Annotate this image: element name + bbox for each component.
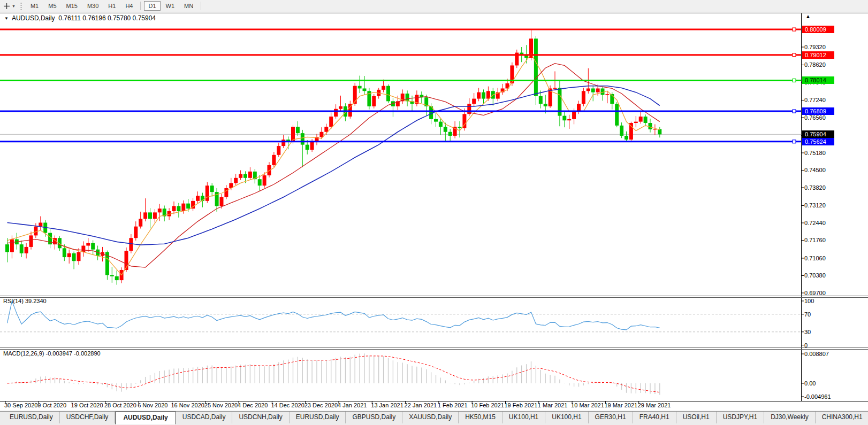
time-axis-label: 14 Dec 2020: [271, 402, 304, 408]
time-axis-label: 1 Mar 2021: [538, 402, 568, 408]
macd-panel-label: MACD(12,26,9) -0.003947 -0.002890: [3, 350, 101, 357]
chart-tab-usoil-h1[interactable]: USOil,H1: [676, 412, 717, 423]
time-axis-label: 1 Feb 2021: [438, 402, 468, 408]
timeframe-button-h4[interactable]: H4: [121, 1, 137, 11]
price-level-badge: 0.75904: [802, 130, 834, 138]
chart-tab-gbpusd-daily[interactable]: GBPUSD,Daily: [346, 412, 402, 423]
rsi-axis-tick: 70: [804, 311, 811, 318]
chart-tab-fra40-h1[interactable]: FRA40,H1: [633, 412, 676, 423]
timeframe-buttons: M1M5M15M30H1H4D1W1MN: [26, 1, 204, 11]
chart-tab-china300-h1[interactable]: CHINA300,H1: [816, 412, 868, 423]
time-axis-label: 29 Mar 2021: [638, 402, 671, 408]
macd-axis-tick: 0.008807: [804, 351, 829, 357]
time-axis-label: 19 Mar 2021: [604, 402, 637, 408]
price-axis-tick: 0.69700: [804, 290, 826, 296]
scroll-marker-icon[interactable]: ▲: [805, 13, 811, 19]
toolbar-separator: [140, 2, 141, 10]
price-level-badge: 0.78014: [802, 76, 834, 84]
time-axis-label: 22 Jan 2021: [405, 402, 437, 408]
hline-handle[interactable]: [793, 28, 796, 31]
macd-layer: [7, 353, 660, 395]
chevron-down-icon: ▼: [12, 4, 16, 8]
price-axis-tick: 0.79320: [804, 44, 826, 50]
rsi-axis-tick: 30: [804, 329, 811, 335]
time-axis-label: 19 Feb 2021: [505, 402, 538, 408]
rsi-layer: [0, 301, 801, 332]
timeframe-button-m1[interactable]: M1: [26, 1, 43, 11]
timeframe-button-h1[interactable]: H1: [104, 1, 120, 11]
chart-tab-xauusd-daily[interactable]: XAUUSD,Daily: [402, 412, 459, 423]
rsi-axis-tick: 100: [804, 298, 814, 304]
chart-tab-dj30-weekly[interactable]: DJ30,Weekly: [764, 412, 815, 423]
timeframe-button-mn[interactable]: MN: [180, 1, 197, 11]
price-level-badge: 0.80009: [802, 26, 834, 33]
time-axis-label: 28 Oct 2020: [104, 402, 136, 408]
timeframe-button-d1[interactable]: D1: [144, 1, 160, 11]
rsi-axis-tick: 0: [804, 342, 808, 349]
time-axis-label: 30 Sep 2020: [4, 402, 37, 408]
chart-tab-ger30-h1[interactable]: GER30,H1: [589, 412, 633, 423]
hline-handle[interactable]: [793, 110, 796, 113]
rsi-panel-label: RSI(14) 39.2340: [3, 298, 47, 304]
macd-signal-line: [7, 356, 660, 392]
crosshair-icon: [3, 3, 10, 10]
price-axis-tick: 0.73820: [804, 184, 826, 191]
ma-slow: [7, 86, 660, 245]
symbol-dropdown-icon[interactable]: ▼: [4, 16, 9, 21]
price-axis-tick: 0.73120: [804, 202, 826, 208]
chart-title: ▼ AUDUSD,Daily 0.76111 0.76196 0.75780 0…: [4, 14, 156, 22]
chart-tab-eurusd-daily[interactable]: EURUSD,Daily: [290, 412, 346, 423]
ma-medium: [7, 64, 660, 268]
timeframe-button-m15[interactable]: M15: [62, 1, 82, 11]
price-axis-tick: 0.70380: [804, 272, 826, 279]
price-level-badge: 0.76809: [802, 107, 834, 115]
chart-tab-eurusd-daily[interactable]: EURUSD,Daily: [3, 412, 60, 423]
price-chart-canvas[interactable]: [0, 0, 868, 425]
timeframe-button-w1[interactable]: W1: [162, 1, 179, 11]
chart-tab-bar: EURUSD,DailyUSDCHF,DailyAUDUSD,DailyUSDC…: [0, 411, 868, 425]
time-axis-label: 4 Jan 2021: [338, 402, 367, 408]
chart-tab-hk50-m15[interactable]: HK50,M15: [459, 412, 502, 423]
macd-axis-tick: 0.00: [804, 380, 816, 387]
timeframe-toolbar: ▼ M1M5M15M30H1H4D1W1MN: [0, 0, 868, 12]
toolbar-drag-handle[interactable]: [20, 2, 22, 10]
time-axis-label: 25 Nov 2020: [204, 402, 238, 408]
time-axis-label: 9 Oct 2020: [37, 402, 66, 408]
timeframe-button-m30[interactable]: M30: [83, 1, 103, 11]
price-axis-tick: 0.71760: [804, 237, 826, 243]
cursor-tool-button[interactable]: ▼: [0, 2, 18, 11]
time-axis-label: 16 Nov 2020: [171, 402, 204, 408]
time-axis-label: 13 Jan 2021: [371, 402, 403, 408]
price-axis-tick: 0.77240: [804, 97, 826, 103]
toolbar-separator: [201, 2, 201, 10]
time-axis-label: 19 Oct 2020: [71, 402, 103, 408]
candles-layer: [0, 29, 801, 285]
price-level-badge: 0.79012: [802, 51, 834, 59]
price-level-badge: 0.75624: [802, 138, 834, 145]
chart-tab-uk100-h1[interactable]: UK100,H1: [502, 412, 545, 423]
chart-tab-usdjpy-h1[interactable]: USDJPY,H1: [717, 412, 764, 423]
rsi-line: [7, 301, 660, 330]
hline-handle[interactable]: [793, 140, 796, 143]
time-axis-label: 10 Feb 2021: [471, 402, 504, 408]
timeframe-button-m5[interactable]: M5: [44, 1, 60, 11]
chart-tabs: EURUSD,DailyUSDCHF,DailyAUDUSD,DailyUSDC…: [3, 412, 868, 424]
time-axis-label: 4 Dec 2020: [238, 402, 268, 408]
chart-tab-audusd-daily[interactable]: AUDUSD,Daily: [115, 412, 176, 424]
price-axis-tick: 0.75180: [804, 150, 826, 156]
chart-tab-usdcad-daily[interactable]: USDCAD,Daily: [176, 412, 233, 423]
time-axis-label: 6 Nov 2020: [138, 402, 167, 408]
ma-fast: [7, 54, 660, 275]
price-axis-tick: 0.76560: [804, 114, 826, 121]
chart-tab-usdchf-daily[interactable]: USDCHF,Daily: [60, 412, 116, 423]
time-axis-label: 10 Mar 2021: [571, 402, 604, 408]
time-axis-label: 23 Dec 2020: [304, 402, 338, 408]
hline-handle[interactable]: [793, 79, 796, 82]
price-axis-tick: 0.74500: [804, 167, 826, 173]
hline-handle[interactable]: [793, 53, 796, 57]
chart-tab-usdcnh-daily[interactable]: USDCNH,Daily: [232, 412, 289, 423]
chart-tab-uk100-h1[interactable]: UK100,H1: [545, 412, 588, 423]
price-axis-tick: 0.78620: [804, 61, 826, 68]
macd-axis-tick: -0.004961: [804, 393, 831, 400]
price-axis-tick: 0.72440: [804, 220, 826, 226]
